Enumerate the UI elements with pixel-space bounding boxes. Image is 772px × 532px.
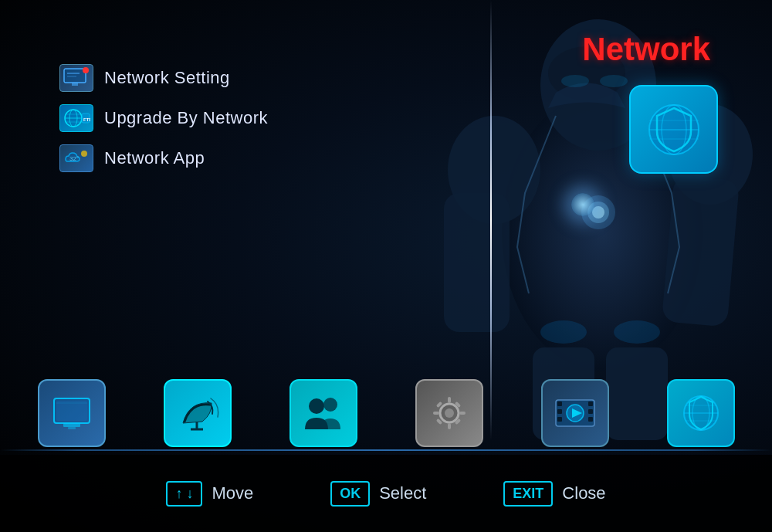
- svg-rect-55: [557, 402, 562, 406]
- network-title: Network: [582, 31, 710, 68]
- svg-rect-58: [588, 402, 593, 406]
- move-label: Move: [212, 483, 253, 503]
- svg-point-34: [81, 151, 87, 157]
- svg-point-45: [445, 408, 454, 418]
- dock-settings-icon[interactable]: [415, 379, 483, 447]
- svg-point-42: [309, 398, 324, 414]
- svg-rect-22: [72, 83, 78, 86]
- network-app-icon: 32°: [59, 144, 93, 172]
- svg-rect-21: [64, 69, 86, 83]
- svg-rect-46: [448, 397, 451, 403]
- select-label: Select: [379, 483, 426, 503]
- dock-media-icon[interactable]: [541, 379, 609, 447]
- control-close: EXIT Close: [503, 481, 605, 507]
- svg-point-43: [323, 398, 337, 412]
- separator-line: [0, 449, 772, 451]
- svg-text:FTP: FTP: [83, 117, 90, 122]
- large-network-icon[interactable]: [629, 85, 718, 174]
- menu-item-network-setting[interactable]: Network Setting: [50, 58, 277, 98]
- svg-rect-36: [63, 423, 80, 427]
- svg-rect-48: [433, 412, 439, 415]
- svg-rect-59: [588, 409, 593, 414]
- svg-rect-37: [68, 427, 76, 429]
- network-setting-label: Network Setting: [104, 68, 230, 88]
- move-btn[interactable]: ↑ ↓: [166, 481, 202, 507]
- menu-list: Network Setting FTP Upgrade By Network: [50, 58, 277, 178]
- svg-point-23: [83, 67, 89, 73]
- control-select: OK Select: [330, 481, 426, 507]
- svg-text:32°: 32°: [69, 155, 79, 162]
- svg-rect-38: [56, 401, 87, 421]
- menu-item-upgrade[interactable]: FTP Upgrade By Network: [50, 98, 277, 138]
- dock-users-icon[interactable]: [290, 379, 357, 447]
- dock-network-icon[interactable]: [667, 379, 735, 447]
- dock-satellite-icon[interactable]: [164, 379, 232, 447]
- svg-rect-60: [588, 417, 593, 422]
- control-bar: ↑ ↓ Move OK Select EXIT Close: [0, 455, 772, 532]
- menu-item-network-app[interactable]: 32° Network App: [50, 138, 277, 178]
- upgrade-icon: FTP: [59, 104, 93, 132]
- svg-rect-56: [557, 409, 562, 414]
- svg-rect-47: [448, 423, 451, 429]
- exit-btn[interactable]: EXIT: [503, 481, 553, 507]
- dock: [0, 379, 772, 447]
- dock-tv-icon[interactable]: [38, 379, 106, 447]
- network-setting-icon: [59, 64, 93, 92]
- upgrade-label: Upgrade By Network: [104, 108, 268, 128]
- close-label: Close: [562, 483, 605, 503]
- svg-rect-57: [557, 417, 562, 422]
- main-content: Network: [0, 0, 772, 532]
- svg-rect-49: [459, 412, 466, 415]
- control-move: ↑ ↓ Move: [166, 481, 253, 507]
- network-app-label: Network App: [104, 148, 205, 168]
- ok-btn[interactable]: OK: [330, 481, 370, 507]
